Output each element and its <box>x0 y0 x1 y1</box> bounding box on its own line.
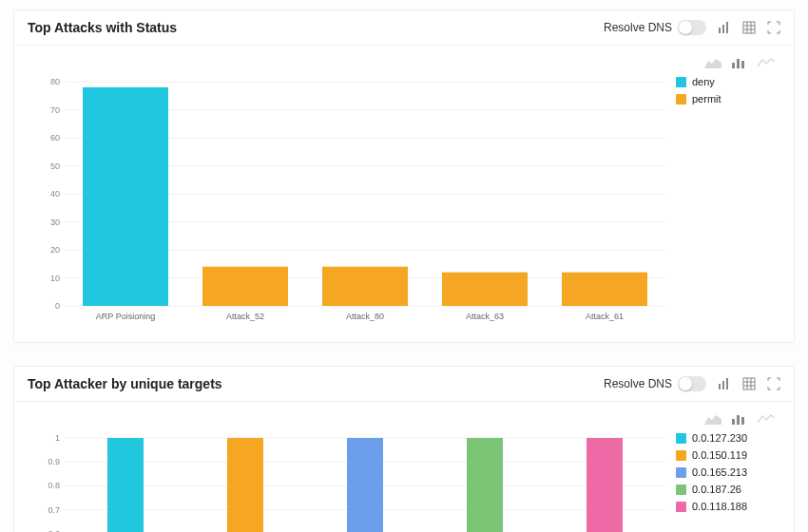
svg-rect-3 <box>743 22 755 33</box>
svg-rect-34 <box>719 384 721 390</box>
svg-text:60: 60 <box>50 133 60 142</box>
legend-item[interactable]: 0.0.187.26 <box>676 484 780 495</box>
svg-text:10: 10 <box>50 274 60 283</box>
area-chart-icon[interactable] <box>704 411 721 423</box>
panel-header: Top Attacker by unique targets Resolve D… <box>14 367 794 402</box>
legend-swatch <box>676 467 686 478</box>
chart-top-attacks: 01020304050607080ARP PoisioningAttack_52… <box>28 72 676 332</box>
bar[interactable] <box>227 438 263 532</box>
bar-chart-icon[interactable] <box>731 55 748 66</box>
legend-swatch <box>676 502 686 512</box>
legend-label: 0.0.150.119 <box>692 449 747 461</box>
table-view-icon[interactable] <box>742 21 756 34</box>
chart-type-switcher <box>28 409 780 428</box>
svg-rect-1 <box>722 25 724 33</box>
panel-header: Top Attacks with Status Resolve DNS <box>14 10 794 46</box>
expand-icon[interactable] <box>767 377 780 390</box>
panel-top-attackers: Top Attacker by unique targets Resolve D… <box>13 366 795 532</box>
bar-chart-icon[interactable] <box>731 411 748 423</box>
bar[interactable] <box>322 267 408 306</box>
svg-text:0: 0 <box>55 301 60 311</box>
svg-text:70: 70 <box>50 105 60 115</box>
line-chart-icon[interactable] <box>758 55 775 66</box>
resolve-dns-label: Resolve DNS <box>604 21 672 34</box>
legend-item[interactable]: 0.0.150.119 <box>676 449 780 461</box>
svg-text:50: 50 <box>50 162 60 171</box>
area-chart-icon[interactable] <box>704 55 721 66</box>
bar[interactable] <box>587 438 623 532</box>
legend-label: 0.0.118.188 <box>692 501 747 512</box>
svg-rect-9 <box>737 59 740 68</box>
bar[interactable] <box>442 273 528 306</box>
resolve-dns-label: Resolve DNS <box>604 377 672 390</box>
legend-swatch <box>676 94 686 104</box>
line-chart-icon[interactable] <box>758 411 775 423</box>
bar[interactable] <box>467 438 503 532</box>
chart-svg: 0.50.60.70.80.91 <box>28 428 674 532</box>
svg-text:0.9: 0.9 <box>48 457 60 466</box>
svg-text:20: 20 <box>50 245 60 255</box>
legend-item[interactable]: permit <box>676 93 780 104</box>
resolve-dns-toggle-wrap: Resolve DNS <box>604 376 706 391</box>
legend-label: 0.0.165.213 <box>692 466 747 478</box>
bar[interactable] <box>562 273 647 306</box>
table-view-icon[interactable] <box>742 377 756 390</box>
svg-text:1: 1 <box>55 433 60 443</box>
bar[interactable] <box>347 438 383 532</box>
chart-svg: 01020304050607080ARP PoisioningAttack_52… <box>28 72 674 329</box>
panel-body: 01020304050607080ARP PoisioningAttack_52… <box>14 46 794 342</box>
legend-swatch <box>676 77 686 87</box>
svg-text:Attack_61: Attack_61 <box>586 312 624 321</box>
legend-label: permit <box>692 93 721 104</box>
svg-rect-8 <box>732 63 735 68</box>
bar[interactable] <box>202 267 288 306</box>
chart-legend: denypermit <box>676 72 780 332</box>
svg-rect-42 <box>732 419 735 425</box>
chart-legend: 0.0.127.2300.0.150.1190.0.165.2130.0.187… <box>676 428 780 532</box>
svg-rect-35 <box>722 381 724 390</box>
svg-rect-0 <box>719 28 721 33</box>
panel-title: Top Attacks with Status <box>28 20 177 35</box>
legend-label: deny <box>692 76 715 87</box>
legend-label: 0.0.127.230 <box>692 432 747 444</box>
legend-swatch <box>676 450 686 461</box>
svg-rect-10 <box>741 61 744 68</box>
expand-icon[interactable] <box>767 21 780 34</box>
panel-title: Top Attacker by unique targets <box>28 376 222 391</box>
svg-text:30: 30 <box>50 218 60 227</box>
legend-item[interactable]: deny <box>676 76 780 87</box>
svg-rect-37 <box>743 378 755 390</box>
panel-tools: Resolve DNS <box>604 376 780 391</box>
panel-tools: Resolve DNS <box>604 20 780 35</box>
legend-item[interactable]: 0.0.165.213 <box>676 466 780 478</box>
legend-item[interactable]: 0.0.118.188 <box>676 501 780 512</box>
legend-swatch <box>676 433 686 444</box>
svg-rect-36 <box>726 378 728 390</box>
svg-text:ARP Poisioning: ARP Poisioning <box>96 312 155 321</box>
resolve-dns-toggle[interactable] <box>678 20 706 35</box>
panel-body: 0.50.60.70.80.91 0.0.127.2300.0.150.1190… <box>14 402 794 532</box>
svg-text:40: 40 <box>50 189 60 199</box>
chart-type-switcher <box>28 53 780 72</box>
bars-view-icon[interactable] <box>718 21 731 34</box>
svg-text:Attack_63: Attack_63 <box>466 312 504 321</box>
svg-rect-43 <box>737 415 740 425</box>
panel-top-attacks: Top Attacks with Status Resolve DNS <box>13 10 795 343</box>
svg-text:Attack_80: Attack_80 <box>346 312 384 321</box>
svg-text:80: 80 <box>50 77 60 86</box>
bar[interactable] <box>83 87 168 306</box>
svg-text:0.8: 0.8 <box>48 481 60 490</box>
legend-label: 0.0.187.26 <box>692 484 741 495</box>
svg-rect-44 <box>741 417 744 425</box>
bars-view-icon[interactable] <box>718 377 731 390</box>
legend-item[interactable]: 0.0.127.230 <box>676 432 780 444</box>
svg-text:0.7: 0.7 <box>48 505 60 515</box>
svg-text:Attack_52: Attack_52 <box>226 312 264 321</box>
chart-top-attackers: 0.50.60.70.80.91 <box>28 428 676 532</box>
legend-swatch <box>676 484 686 495</box>
resolve-dns-toggle[interactable] <box>678 376 706 391</box>
svg-rect-2 <box>726 22 728 33</box>
resolve-dns-toggle-wrap: Resolve DNS <box>604 20 706 35</box>
bar[interactable] <box>107 438 144 532</box>
